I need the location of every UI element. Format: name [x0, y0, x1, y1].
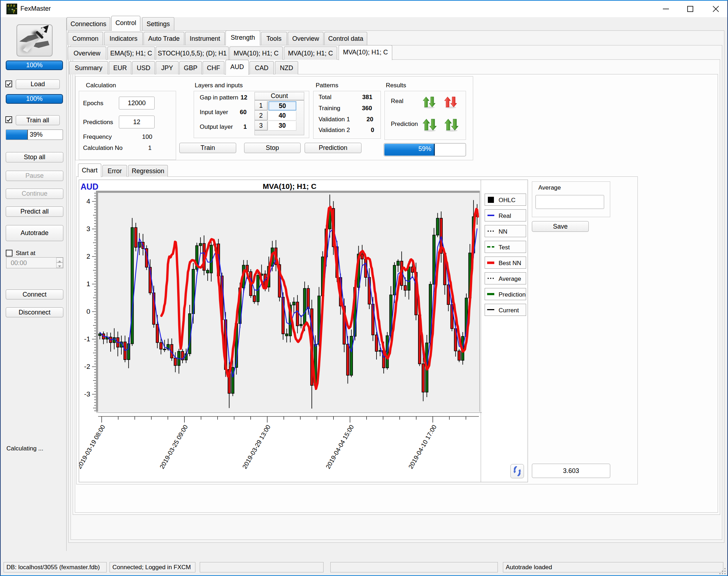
svg-text:-2: -2 [84, 363, 90, 370]
svg-text:2019-03-29 13:00: 2019-03-29 13:00 [241, 424, 272, 470]
svg-text:2019-04-10 17:00: 2019-04-10 17:00 [407, 424, 438, 470]
svg-text:MVA(10); H1; C: MVA(10); H1; C [263, 182, 316, 190]
svg-text:4: 4 [86, 197, 90, 205]
svg-text:0: 0 [86, 308, 90, 315]
svg-text:-3: -3 [84, 390, 90, 398]
svg-text:$: $ [10, 4, 12, 7]
svg-text:2019-03-25 09:00: 2019-03-25 09:00 [158, 424, 189, 470]
svg-text:€: € [7, 4, 9, 8]
svg-text:2019-04-04 15:00: 2019-04-04 15:00 [324, 424, 355, 470]
svg-text:3: 3 [86, 225, 90, 233]
svg-text:2: 2 [86, 253, 90, 260]
svg-text:?: ? [13, 9, 15, 14]
svg-text:-1: -1 [84, 335, 90, 343]
svg-text:2019-03-19 08:00: 2019-03-19 08:00 [79, 424, 107, 470]
svg-text:1: 1 [86, 280, 90, 288]
svg-text:AUD: AUD [81, 182, 98, 191]
